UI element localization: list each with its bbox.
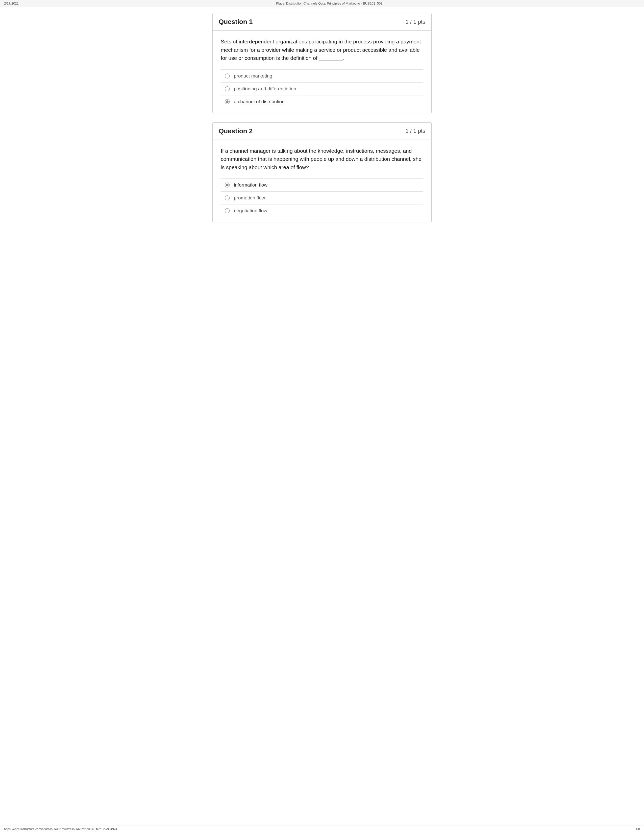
radio-outer-2-3[interactable] [225,208,230,213]
radio-inner-2-1 [226,184,229,186]
question-text-1: Sets of interdependent organizations par… [221,38,423,62]
question-body-1: Sets of interdependent organizations par… [213,31,431,113]
radio-outer-1-1[interactable] [225,74,230,79]
radio-inner-1-3 [226,100,229,103]
radio-outer-2-1[interactable] [225,182,230,188]
radio-outer-1-2[interactable] [225,86,230,92]
question-card-2: Question 21 / 1 ptsIf a channel manager … [213,122,431,223]
radio-outer-1-3[interactable] [225,99,230,104]
answer-item-1-2[interactable]: positioning and differentiation [221,82,423,95]
question-title-1: Question 1 [219,18,253,26]
answer-item-1-1[interactable]: product marketing [221,70,423,82]
answer-item-1-3[interactable]: Correct!a channel of distribution [221,95,423,108]
browser-date: 2/27/2021 [4,2,19,5]
browser-bar: 2/27/2021 Place: Distribution Channels Q… [0,0,644,7]
page-content: Question 11 / 1 ptsSets of interdependen… [208,7,436,247]
question-title-2: Question 2 [219,127,253,135]
browser-title: Place: Distribution Channels Quiz: Princ… [276,2,382,5]
question-card-1: Question 11 / 1 ptsSets of interdependen… [213,13,431,113]
question-body-2: If a channel manager is talking about th… [213,140,431,222]
answer-text-2-2: promotion flow [234,195,265,201]
answer-item-2-1[interactable]: Correct!information flow [221,179,423,191]
question-pts-2: 1 / 1 pts [406,128,425,134]
question-header-1: Question 11 / 1 pts [213,13,431,31]
radio-outer-2-2[interactable] [225,195,230,200]
answer-text-1-3: a channel of distribution [234,99,285,105]
answer-text-2-1: information flow [234,182,267,188]
answers-list-2: Correct!information flowpromotion flowne… [221,178,423,217]
answer-text-1-1: product marketing [234,73,272,79]
answer-item-2-3[interactable]: negotiation flow [221,204,423,217]
question-header-2: Question 21 / 1 pts [213,123,431,140]
answer-text-2-3: negotiation flow [234,208,267,214]
answer-item-2-2[interactable]: promotion flow [221,191,423,204]
question-pts-1: 1 / 1 pts [406,19,425,25]
answer-text-1-2: positioning and differentiation [234,86,296,92]
answers-list-1: product marketingpositioning and differe… [221,69,423,108]
question-text-2: If a channel manager is talking about th… [221,147,423,172]
